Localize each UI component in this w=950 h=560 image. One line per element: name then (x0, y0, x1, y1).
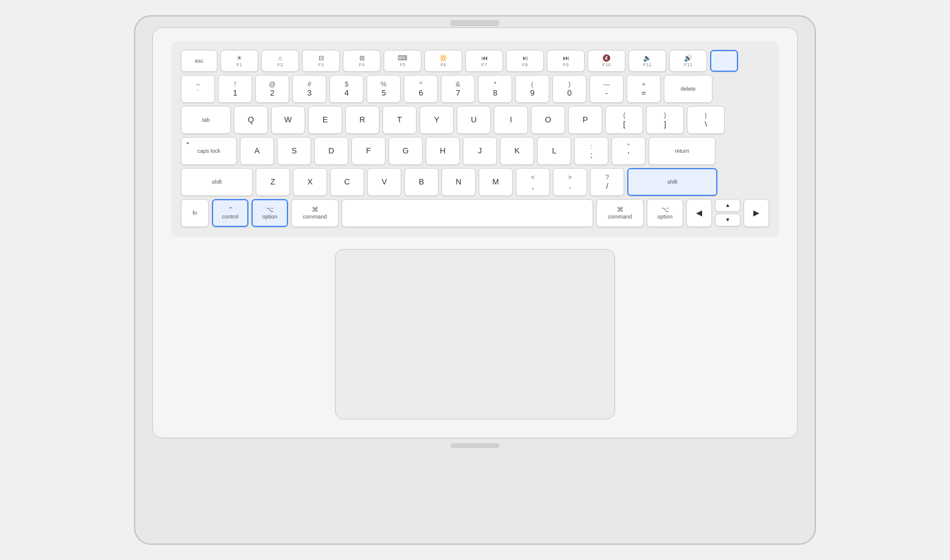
key-i[interactable]: I (494, 106, 528, 134)
key-m[interactable]: M (479, 168, 513, 196)
key-a[interactable]: A (240, 137, 274, 165)
key-b[interactable]: B (404, 168, 438, 196)
key-5[interactable]: % 5 (367, 75, 401, 103)
laptop-inner: esc ☀ F1 ☼ F2 ⊟ F3 ⊞ F4 (152, 27, 798, 438)
key-n[interactable]: N (442, 168, 476, 196)
key-f11[interactable]: 🔉 F11 (628, 50, 666, 72)
key-j[interactable]: J (463, 137, 497, 165)
key-f2[interactable]: ☼ F2 (261, 50, 299, 72)
asdf-row: ● caps lock A S D F G H J K L : ; " ' (181, 137, 769, 165)
key-comma[interactable]: < , (516, 168, 550, 196)
key-command-left[interactable]: ⌘ command (291, 199, 339, 227)
key-f9[interactable]: ⏭ F9 (547, 50, 585, 72)
bottom-row: fn ⌃ control ⌥ option ⌘ command ⌘ comma (181, 199, 769, 227)
key-f4[interactable]: ⊞ F4 (343, 50, 381, 72)
key-semicolon[interactable]: : ; (574, 137, 608, 165)
key-o[interactable]: O (531, 106, 565, 134)
key-t[interactable]: T (382, 106, 417, 134)
keyboard: esc ☀ F1 ☼ F2 ⊟ F3 ⊞ F4 (171, 41, 779, 237)
key-8[interactable]: * 8 (478, 75, 512, 103)
key-arrow-left[interactable]: ◀ (686, 199, 712, 227)
key-bracket-l[interactable]: { [ (605, 106, 643, 134)
key-period[interactable]: > . (553, 168, 587, 196)
arrow-up-down-col: ▲ ▼ (715, 199, 741, 227)
key-delete[interactable]: delete (664, 75, 712, 103)
key-esc[interactable]: esc (181, 50, 217, 72)
key-control[interactable]: ⌃ control (212, 199, 248, 227)
key-shift-right[interactable]: shift (627, 168, 717, 196)
key-f6[interactable]: 🔆 F6 (424, 50, 462, 72)
key-4[interactable]: $ 4 (329, 75, 364, 103)
key-q[interactable]: Q (234, 106, 268, 134)
key-f3[interactable]: ⊟ F3 (302, 50, 340, 72)
laptop-body: esc ☀ F1 ☼ F2 ⊟ F3 ⊞ F4 (134, 15, 816, 545)
fkey-row: esc ☀ F1 ☼ F2 ⊟ F3 ⊞ F4 (181, 50, 769, 72)
key-w[interactable]: W (271, 106, 305, 134)
key-arrow-up[interactable]: ▲ (715, 199, 741, 212)
key-p[interactable]: P (568, 106, 602, 134)
key-space[interactable] (342, 199, 593, 227)
key-f[interactable]: F (351, 137, 385, 165)
key-f5[interactable]: ⌨ F5 (384, 50, 421, 72)
key-z[interactable]: Z (256, 168, 290, 196)
qwerty-row: tab Q W E R T Y U I O P { [ } ] (181, 106, 769, 134)
key-f7[interactable]: ⏮ F7 (465, 50, 503, 72)
key-bracket-r[interactable]: } ] (646, 106, 684, 134)
key-f12[interactable]: 🔊 F12 (669, 50, 707, 72)
key-tab[interactable]: tab (181, 106, 231, 134)
key-slash[interactable]: ? / (590, 168, 624, 196)
key-c[interactable]: C (330, 168, 364, 196)
key-d[interactable]: D (314, 137, 348, 165)
key-g[interactable]: G (389, 137, 423, 165)
key-equals[interactable]: + = (627, 75, 661, 103)
key-0[interactable]: ) 0 (552, 75, 586, 103)
key-l[interactable]: L (537, 137, 571, 165)
key-v[interactable]: V (367, 168, 401, 196)
key-h[interactable]: H (426, 137, 460, 165)
key-u[interactable]: U (457, 106, 491, 134)
key-caps-lock[interactable]: ● caps lock (181, 137, 237, 165)
laptop-hinge (451, 20, 499, 26)
key-arrow-down[interactable]: ▼ (715, 214, 741, 226)
key-option-left[interactable]: ⌥ option (252, 199, 288, 227)
key-f10[interactable]: 🔇 F10 (588, 50, 625, 72)
key-1[interactable]: ! 1 (218, 75, 252, 103)
number-row: ~ ` ! 1 @ 2 # 3 $ 4 (181, 75, 769, 103)
key-tilde[interactable]: ~ ` (181, 75, 215, 103)
trackpad[interactable] (335, 249, 615, 419)
key-y[interactable]: Y (420, 106, 454, 134)
key-s[interactable]: S (277, 137, 311, 165)
key-x[interactable]: X (293, 168, 327, 196)
key-k[interactable]: K (500, 137, 534, 165)
key-2[interactable]: @ 2 (255, 75, 289, 103)
key-command-right[interactable]: ⌘ command (596, 199, 644, 227)
key-fn[interactable]: fn (181, 199, 209, 227)
key-return[interactable]: return (649, 137, 716, 165)
key-quote[interactable]: " ' (611, 137, 646, 165)
key-backslash[interactable]: | \ (687, 106, 725, 134)
key-9[interactable]: ( 9 (515, 75, 549, 103)
key-e[interactable]: E (308, 106, 342, 134)
zxcv-row: shift Z X C V B N M < , > . ? (181, 168, 769, 196)
key-3[interactable]: # 3 (292, 75, 326, 103)
key-6[interactable]: ^ 6 (404, 75, 438, 103)
key-r[interactable]: R (345, 106, 379, 134)
key-option-right[interactable]: ⌥ option (647, 199, 683, 227)
key-minus[interactable]: — - (589, 75, 624, 103)
key-f1[interactable]: ☀ F1 (220, 50, 258, 72)
laptop-bottom-bar (451, 443, 499, 448)
key-power[interactable] (710, 50, 738, 72)
key-7[interactable]: & 7 (441, 75, 475, 103)
key-shift-left[interactable]: shift (181, 168, 253, 196)
key-f8[interactable]: ⏯ F8 (506, 50, 544, 72)
key-arrow-right[interactable]: ▶ (744, 199, 769, 227)
